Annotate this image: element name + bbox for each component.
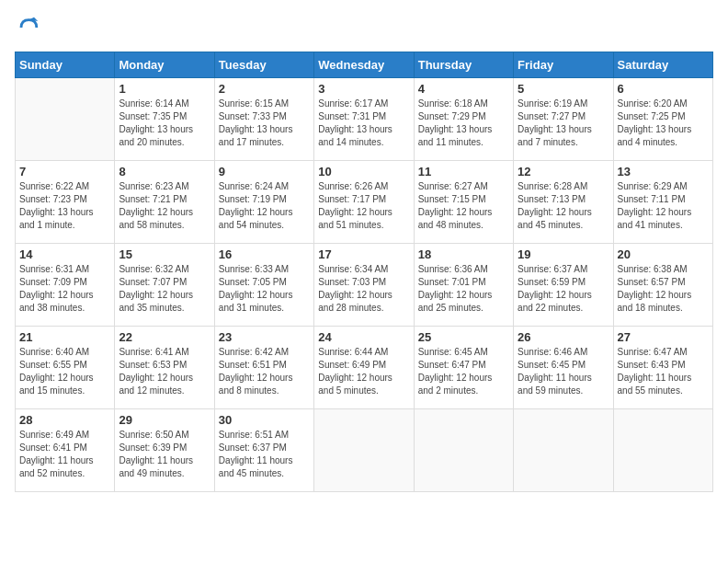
day-info: Sunrise: 6:26 AMSunset: 7:17 PMDaylight:… [318, 180, 409, 232]
calendar-cell [314, 409, 414, 492]
day-info: Sunrise: 6:34 AMSunset: 7:03 PMDaylight:… [318, 263, 409, 315]
calendar-cell [613, 409, 712, 492]
page-header [15, 15, 713, 40]
calendar-cell: 10Sunrise: 6:26 AMSunset: 7:17 PMDayligh… [314, 161, 414, 244]
calendar-cell [514, 409, 613, 492]
day-number: 13 [618, 165, 709, 178]
day-info: Sunrise: 6:22 AMSunset: 7:23 PMDaylight:… [19, 180, 110, 232]
day-info: Sunrise: 6:32 AMSunset: 7:07 PMDaylight:… [119, 263, 210, 315]
day-number: 24 [318, 330, 409, 344]
calendar-cell: 13Sunrise: 6:29 AMSunset: 7:11 PMDayligh… [613, 161, 712, 244]
day-info: Sunrise: 6:51 AMSunset: 6:37 PMDaylight:… [219, 429, 310, 480]
day-number: 15 [119, 247, 210, 261]
day-info: Sunrise: 6:27 AMSunset: 7:15 PMDaylight:… [418, 180, 509, 232]
day-number: 23 [219, 330, 310, 344]
day-info: Sunrise: 6:19 AMSunset: 7:27 PMDaylight:… [518, 98, 609, 149]
day-info: Sunrise: 6:44 AMSunset: 6:49 PMDaylight:… [318, 346, 409, 397]
day-number: 3 [318, 82, 409, 96]
calendar-body: 1Sunrise: 6:14 AMSunset: 7:35 PMDaylight… [16, 78, 713, 492]
day-number: 21 [19, 330, 110, 344]
calendar-cell: 25Sunrise: 6:45 AMSunset: 6:47 PMDayligh… [414, 327, 513, 409]
day-info: Sunrise: 6:40 AMSunset: 6:55 PMDaylight:… [19, 346, 110, 397]
calendar-cell: 17Sunrise: 6:34 AMSunset: 7:03 PMDayligh… [314, 244, 414, 327]
day-info: Sunrise: 6:45 AMSunset: 6:47 PMDaylight:… [418, 346, 509, 397]
calendar-cell: 21Sunrise: 6:40 AMSunset: 6:55 PMDayligh… [16, 327, 115, 409]
day-number: 25 [418, 330, 509, 344]
day-info: Sunrise: 6:24 AMSunset: 7:19 PMDaylight:… [219, 180, 310, 232]
calendar-cell: 15Sunrise: 6:32 AMSunset: 7:07 PMDayligh… [115, 244, 214, 327]
calendar-cell: 14Sunrise: 6:31 AMSunset: 7:09 PMDayligh… [16, 244, 115, 327]
calendar-cell: 18Sunrise: 6:36 AMSunset: 7:01 PMDayligh… [414, 244, 513, 327]
calendar-cell: 30Sunrise: 6:51 AMSunset: 6:37 PMDayligh… [214, 409, 313, 492]
day-info: Sunrise: 6:42 AMSunset: 6:51 PMDaylight:… [219, 346, 310, 397]
day-number: 17 [318, 247, 409, 261]
day-number: 19 [518, 247, 609, 261]
calendar-cell: 1Sunrise: 6:14 AMSunset: 7:35 PMDaylight… [115, 78, 214, 161]
calendar-cell: 4Sunrise: 6:18 AMSunset: 7:29 PMDaylight… [414, 78, 513, 161]
logo [15, 15, 44, 40]
day-number: 18 [418, 247, 509, 261]
day-number: 22 [119, 330, 210, 344]
calendar-cell: 26Sunrise: 6:46 AMSunset: 6:45 PMDayligh… [514, 327, 613, 409]
day-number: 5 [518, 82, 609, 96]
header-day-thursday: Thursday [414, 52, 513, 78]
calendar-cell: 2Sunrise: 6:15 AMSunset: 7:33 PMDaylight… [214, 78, 313, 161]
day-info: Sunrise: 6:31 AMSunset: 7:09 PMDaylight:… [19, 263, 110, 315]
day-number: 29 [119, 413, 210, 427]
calendar-table: SundayMondayTuesdayWednesdayThursdayFrid… [15, 52, 713, 492]
day-info: Sunrise: 6:49 AMSunset: 6:41 PMDaylight:… [19, 429, 110, 480]
calendar-cell: 5Sunrise: 6:19 AMSunset: 7:27 PMDaylight… [514, 78, 613, 161]
calendar-header: SundayMondayTuesdayWednesdayThursdayFrid… [16, 52, 713, 78]
calendar-cell: 3Sunrise: 6:17 AMSunset: 7:31 PMDaylight… [314, 78, 414, 161]
day-number: 11 [418, 165, 509, 178]
day-info: Sunrise: 6:14 AMSunset: 7:35 PMDaylight:… [119, 98, 210, 149]
day-number: 28 [19, 413, 110, 427]
header-row: SundayMondayTuesdayWednesdayThursdayFrid… [16, 52, 713, 78]
week-row-2: 14Sunrise: 6:31 AMSunset: 7:09 PMDayligh… [16, 244, 713, 327]
header-day-tuesday: Tuesday [214, 52, 313, 78]
day-number: 27 [618, 330, 709, 344]
week-row-4: 28Sunrise: 6:49 AMSunset: 6:41 PMDayligh… [16, 409, 713, 492]
calendar-cell: 9Sunrise: 6:24 AMSunset: 7:19 PMDaylight… [214, 161, 313, 244]
header-day-saturday: Saturday [613, 52, 712, 78]
calendar-cell: 19Sunrise: 6:37 AMSunset: 6:59 PMDayligh… [514, 244, 613, 327]
day-info: Sunrise: 6:50 AMSunset: 6:39 PMDaylight:… [119, 429, 210, 480]
week-row-0: 1Sunrise: 6:14 AMSunset: 7:35 PMDaylight… [16, 78, 713, 161]
day-number: 12 [518, 165, 609, 178]
day-number: 2 [219, 82, 310, 96]
calendar-cell: 8Sunrise: 6:23 AMSunset: 7:21 PMDaylight… [115, 161, 214, 244]
day-info: Sunrise: 6:17 AMSunset: 7:31 PMDaylight:… [318, 98, 409, 149]
day-info: Sunrise: 6:47 AMSunset: 6:43 PMDaylight:… [618, 346, 709, 397]
day-info: Sunrise: 6:20 AMSunset: 7:25 PMDaylight:… [618, 98, 709, 149]
header-day-friday: Friday [514, 52, 613, 78]
calendar-cell: 24Sunrise: 6:44 AMSunset: 6:49 PMDayligh… [314, 327, 414, 409]
day-number: 1 [119, 82, 210, 96]
calendar-cell: 16Sunrise: 6:33 AMSunset: 7:05 PMDayligh… [214, 244, 313, 327]
day-info: Sunrise: 6:38 AMSunset: 6:57 PMDaylight:… [618, 263, 709, 315]
day-number: 9 [219, 165, 310, 178]
day-number: 16 [219, 247, 310, 261]
calendar-cell: 20Sunrise: 6:38 AMSunset: 6:57 PMDayligh… [613, 244, 712, 327]
day-info: Sunrise: 6:41 AMSunset: 6:53 PMDaylight:… [119, 346, 210, 397]
calendar-cell: 23Sunrise: 6:42 AMSunset: 6:51 PMDayligh… [214, 327, 313, 409]
day-info: Sunrise: 6:23 AMSunset: 7:21 PMDaylight:… [119, 180, 210, 232]
calendar-cell: 28Sunrise: 6:49 AMSunset: 6:41 PMDayligh… [16, 409, 115, 492]
header-day-sunday: Sunday [16, 52, 115, 78]
day-info: Sunrise: 6:46 AMSunset: 6:45 PMDaylight:… [518, 346, 609, 397]
header-day-wednesday: Wednesday [314, 52, 414, 78]
day-info: Sunrise: 6:29 AMSunset: 7:11 PMDaylight:… [618, 180, 709, 232]
calendar-cell [414, 409, 513, 492]
day-number: 7 [19, 165, 110, 178]
calendar-cell: 7Sunrise: 6:22 AMSunset: 7:23 PMDaylight… [16, 161, 115, 244]
day-number: 6 [618, 82, 709, 96]
day-number: 8 [119, 165, 210, 178]
day-number: 26 [518, 330, 609, 344]
day-number: 10 [318, 165, 409, 178]
header-day-monday: Monday [115, 52, 214, 78]
day-number: 30 [219, 413, 310, 427]
calendar-cell: 12Sunrise: 6:28 AMSunset: 7:13 PMDayligh… [514, 161, 613, 244]
day-info: Sunrise: 6:36 AMSunset: 7:01 PMDaylight:… [418, 263, 509, 315]
logo-icon [15, 15, 40, 40]
day-info: Sunrise: 6:18 AMSunset: 7:29 PMDaylight:… [418, 98, 509, 149]
week-row-3: 21Sunrise: 6:40 AMSunset: 6:55 PMDayligh… [16, 327, 713, 409]
